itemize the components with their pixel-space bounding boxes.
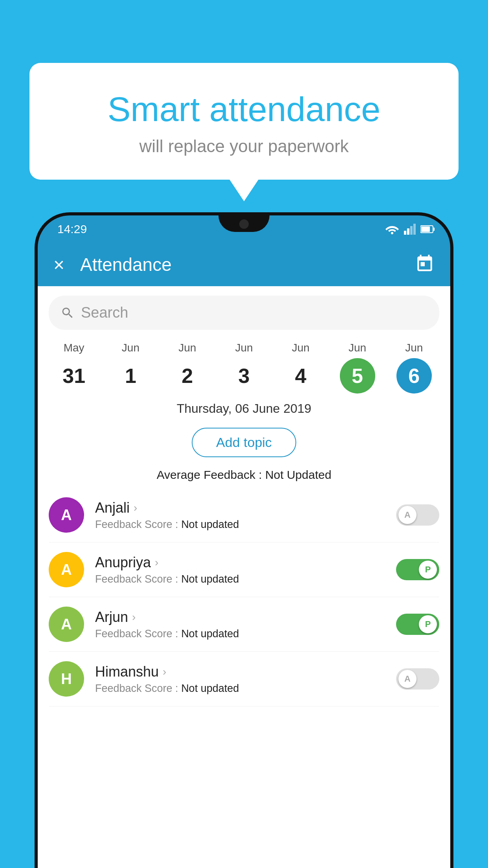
attendance-toggle-container: P xyxy=(396,559,439,580)
speech-bubble-container: Smart attendance will replace your paper… xyxy=(29,63,459,180)
student-avatar: A xyxy=(49,552,84,587)
cal-month-label: Jun xyxy=(405,342,423,354)
status-icons xyxy=(385,224,435,235)
calendar-day[interactable]: Jun3 xyxy=(224,342,264,394)
student-info: Anjali ›Feedback Score : Not updated xyxy=(95,500,385,531)
student-avatar: A xyxy=(49,607,84,642)
calendar-day[interactable]: Jun2 xyxy=(168,342,207,394)
toggle-thumb: P xyxy=(419,615,437,633)
svg-rect-4 xyxy=(413,224,416,235)
average-feedback-label: Average Feedback : Not Updated xyxy=(38,464,450,488)
add-topic-button[interactable]: Add topic xyxy=(192,428,296,457)
app-header: × Attendance xyxy=(38,243,450,286)
cal-date-number: 4 xyxy=(283,358,318,394)
student-info: Himanshu ›Feedback Score : Not updated xyxy=(95,664,385,695)
student-info: Anupriya ›Feedback Score : Not updated xyxy=(95,554,385,585)
attendance-toggle[interactable]: A xyxy=(396,668,439,690)
calendar-icon-button[interactable] xyxy=(415,254,435,275)
student-row: AAnjali ›Feedback Score : Not updatedA xyxy=(49,488,439,542)
toggle-thumb: A xyxy=(398,506,416,524)
phone-inner: 14:29 xyxy=(38,215,450,868)
close-button[interactable]: × xyxy=(53,254,64,276)
cal-month-label: May xyxy=(64,342,84,354)
app-content: Search May31Jun1Jun2Jun3Jun4Jun5Jun6 Thu… xyxy=(38,286,450,868)
student-avatar: A xyxy=(49,497,84,533)
attendance-toggle[interactable]: P xyxy=(396,614,439,635)
search-icon xyxy=(61,306,75,320)
bubble-title: Smart attendance xyxy=(53,90,435,129)
attendance-toggle-container: A xyxy=(396,504,439,526)
search-placeholder: Search xyxy=(81,304,128,321)
speech-bubble: Smart attendance will replace your paper… xyxy=(29,63,459,180)
student-name[interactable]: Anjali › xyxy=(95,500,385,516)
calendar-day[interactable]: May31 xyxy=(54,342,94,394)
student-feedback-score: Feedback Score : Not updated xyxy=(95,682,385,695)
average-feedback-value: Not Updated xyxy=(265,468,331,481)
app-background: Smart attendance will replace your paper… xyxy=(0,0,488,868)
student-name[interactable]: Arjun › xyxy=(95,609,385,625)
calendar-day[interactable]: Jun1 xyxy=(111,342,150,394)
date-label: Thursday, 06 June 2019 xyxy=(38,394,450,421)
attendance-toggle[interactable]: P xyxy=(396,559,439,580)
cal-month-label: Jun xyxy=(349,342,366,354)
chevron-icon: › xyxy=(132,611,136,623)
svg-rect-7 xyxy=(421,226,430,232)
cal-date-number: 1 xyxy=(113,358,148,394)
student-avatar: H xyxy=(49,661,84,697)
attendance-toggle[interactable]: A xyxy=(396,504,439,526)
student-name[interactable]: Anupriya › xyxy=(95,554,385,571)
phone-camera xyxy=(239,219,249,229)
header-title: Attendance xyxy=(80,254,415,275)
student-row: AArjun ›Feedback Score : Not updatedP xyxy=(49,597,439,652)
calendar-day[interactable]: Jun5 xyxy=(338,342,377,394)
svg-rect-3 xyxy=(410,226,413,235)
status-time: 14:29 xyxy=(53,223,87,236)
signal-icon xyxy=(404,224,416,235)
wifi-icon xyxy=(385,224,399,235)
toggle-thumb: P xyxy=(419,561,437,579)
svg-rect-6 xyxy=(433,228,435,231)
calendar-day[interactable]: Jun6 xyxy=(394,342,434,394)
cal-month-label: Jun xyxy=(178,342,196,354)
student-feedback-score: Feedback Score : Not updated xyxy=(95,519,385,531)
svg-rect-2 xyxy=(407,228,409,235)
attendance-toggle-container: P xyxy=(396,614,439,635)
cal-date-number: 6 xyxy=(396,358,432,394)
chevron-icon: › xyxy=(163,666,166,678)
cal-date-number: 3 xyxy=(226,358,262,394)
toggle-thumb: A xyxy=(398,670,416,688)
chevron-icon: › xyxy=(134,502,137,514)
cal-month-label: Jun xyxy=(122,342,139,354)
student-list: AAnjali ›Feedback Score : Not updatedAAA… xyxy=(38,488,450,706)
phone-frame: 14:29 xyxy=(35,212,453,868)
cal-date-number: 2 xyxy=(170,358,205,394)
svg-point-0 xyxy=(391,232,393,234)
student-feedback-score: Feedback Score : Not updated xyxy=(95,628,385,640)
svg-rect-1 xyxy=(404,231,406,235)
search-bar[interactable]: Search xyxy=(49,296,439,330)
cal-date-number: 31 xyxy=(56,358,92,394)
calendar-day[interactable]: Jun4 xyxy=(281,342,320,394)
attendance-toggle-container: A xyxy=(396,668,439,690)
cal-date-number: 5 xyxy=(340,358,375,394)
student-info: Arjun ›Feedback Score : Not updated xyxy=(95,609,385,640)
calendar-icon xyxy=(415,254,435,274)
student-name[interactable]: Himanshu › xyxy=(95,664,385,680)
student-row: HHimanshu ›Feedback Score : Not updatedA xyxy=(49,652,439,706)
bubble-subtitle: will replace your paperwork xyxy=(53,136,435,156)
calendar-row: May31Jun1Jun2Jun3Jun4Jun5Jun6 xyxy=(38,334,450,394)
chevron-icon: › xyxy=(155,556,158,569)
battery-icon xyxy=(420,225,435,234)
cal-month-label: Jun xyxy=(292,342,310,354)
cal-month-label: Jun xyxy=(235,342,253,354)
student-feedback-score: Feedback Score : Not updated xyxy=(95,573,385,585)
student-row: AAnupriya ›Feedback Score : Not updatedP xyxy=(49,542,439,597)
